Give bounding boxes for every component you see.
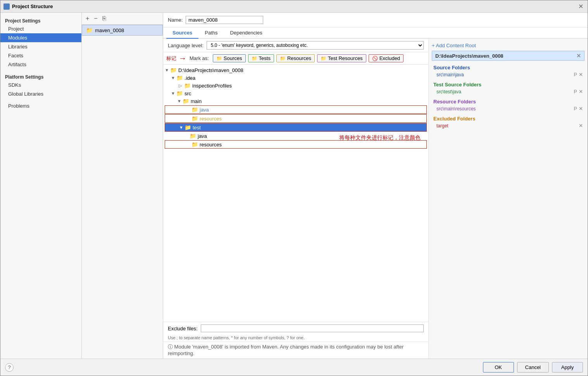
exclude-files-input[interactable] — [201, 324, 424, 332]
close-button[interactable]: ✕ — [577, 3, 585, 10]
tree-node-java-test[interactable]: 📁 java — [163, 132, 428, 140]
tree-node-idea[interactable]: ▼ 📁 .idea — [163, 74, 428, 82]
node-label-main: main — [191, 98, 202, 104]
tab-sources[interactable]: Sources — [166, 27, 198, 39]
sidebar-separator — [0, 69, 81, 72]
cancel-button[interactable]: Cancel — [517, 362, 549, 373]
node-label-resources-test: resources — [200, 142, 222, 148]
tab-dependencies[interactable]: Dependencies — [224, 27, 269, 39]
resource-folder-edit[interactable]: P — [574, 106, 577, 112]
tab-paths[interactable]: Paths — [198, 27, 224, 39]
platform-settings-label: Platform Settings — [0, 72, 81, 81]
sidebar-item-modules[interactable]: Modules — [0, 33, 81, 42]
tab-dependencies-label: Dependencies — [230, 30, 262, 36]
resource-folder-entry: src\main\resources P ✕ — [432, 105, 585, 112]
ok-button[interactable]: OK — [483, 362, 514, 373]
folder-icon-java-main: 📁 — [191, 106, 198, 113]
remove-module-button[interactable]: − — [92, 14, 99, 23]
sidebar-separator-2 — [0, 98, 81, 101]
folder-icon-test: 📁 — [185, 124, 191, 130]
sources-icon: 📁 — [216, 56, 222, 61]
lang-level-label: Language level: — [168, 43, 203, 48]
file-tree: ▼ 📁 D:\IdeaProjects\maven_0008 ▼ 📁 .idea — [163, 65, 428, 151]
sidebar-item-label: Global Libraries — [8, 91, 43, 97]
tree-node-resources-test[interactable]: 📁 resources — [165, 140, 427, 149]
source-folder-remove[interactable]: ✕ — [579, 72, 583, 77]
name-row: Name: — [163, 13, 588, 27]
resource-folder-actions: P ✕ — [574, 106, 583, 112]
test-source-folder-edit[interactable]: P — [574, 89, 577, 94]
dialog-footer: ? OK Cancel Apply — [0, 359, 588, 376]
sidebar-item-problems[interactable]: Problems — [0, 101, 81, 110]
annotation-label: 标记 — [166, 55, 176, 62]
mark-sources-label: Sources — [224, 55, 242, 61]
node-label-root: D:\IdeaProjects\maven_0008 — [178, 67, 243, 73]
folder-icon-main: 📁 — [183, 98, 189, 104]
add-root-button[interactable]: + Add Content Root — [432, 42, 585, 49]
mark-resources-label: Resources — [287, 55, 311, 61]
excluded-icon: 🚫 — [372, 56, 378, 61]
mark-tests-button[interactable]: 📁 Tests — [248, 54, 274, 62]
folder-icon-idea: 📁 — [176, 75, 183, 81]
mark-excluded-button[interactable]: 🚫 Excluded — [369, 54, 403, 62]
sidebar-item-project[interactable]: Project — [0, 24, 81, 33]
apply-button[interactable]: Apply — [552, 362, 583, 373]
exclude-hint: Use ; to separate name patterns, * for a… — [163, 335, 428, 342]
sidebar-item-label: Libraries — [8, 44, 28, 50]
copy-module-button[interactable]: ⎘ — [101, 14, 108, 23]
sidebar-item-artifacts[interactable]: Artifacts — [0, 60, 81, 69]
source-folder-edit[interactable]: P — [574, 72, 577, 77]
resource-folder-path: src\main\resources — [436, 106, 476, 112]
title-bar: Project Structure ✕ — [0, 0, 588, 13]
node-label-inspection: inspectionProfiles — [192, 83, 232, 89]
toggle-idea: ▼ — [171, 76, 176, 80]
main-content: Name: Sources Paths Dependencies — [163, 13, 588, 359]
source-folders-title: Source Folders — [432, 64, 585, 71]
folder-icon-resources-main: 📁 — [191, 115, 198, 122]
module-panel: + − ⎘ 📁 maven_0008 — [82, 13, 163, 359]
source-folders-section: Source Folders src\main\java P ✕ — [432, 64, 585, 78]
resource-folders-section: Resource Folders src\main\resources P ✕ — [432, 98, 585, 112]
sidebar-item-sdks[interactable]: SDKs — [0, 81, 81, 89]
sidebar-item-label: Modules — [8, 35, 27, 41]
mark-test-resources-button[interactable]: 📁 Test Resources — [317, 54, 366, 62]
sidebar-item-global-libraries[interactable]: Global Libraries — [0, 89, 81, 98]
excluded-folder-remove[interactable]: ✕ — [579, 123, 583, 129]
module-list: 📁 maven_0008 — [82, 25, 163, 359]
excluded-folder-entry: target ✕ — [432, 122, 585, 129]
resources-icon: 📁 — [280, 56, 286, 61]
tree-node-src[interactable]: ▼ 📁 src — [163, 89, 428, 97]
tree-node-root[interactable]: ▼ 📁 D:\IdeaProjects\maven_0008 — [163, 66, 428, 74]
node-label-java-test: java — [198, 133, 207, 139]
add-module-button[interactable]: + — [84, 14, 91, 23]
content-root-close[interactable]: ✕ — [576, 53, 581, 59]
sidebar-item-label: Project — [8, 26, 24, 32]
mark-resources-button[interactable]: 📁 Resources — [276, 54, 315, 62]
sidebar-item-libraries[interactable]: Libraries — [0, 42, 81, 51]
tab-sources-label: Sources — [172, 30, 192, 36]
test-source-folder-remove[interactable]: ✕ — [579, 89, 583, 94]
mark-sources-button[interactable]: 📁 Sources — [213, 54, 246, 62]
help-button[interactable]: ? — [5, 363, 14, 372]
test-source-folder-entry: src\test\java P ✕ — [432, 88, 585, 95]
excluded-folders-section: Excluded Folders target ✕ — [432, 115, 585, 129]
name-input[interactable] — [186, 16, 263, 24]
node-label-idea: .idea — [185, 75, 195, 81]
lang-level-select[interactable]: 5.0 - 'enum' keyword, generics, autoboxi… — [207, 41, 424, 50]
dialog-title: Project Structure — [12, 3, 577, 9]
sidebar-item-facets[interactable]: Facets — [0, 51, 81, 60]
mark-test-resources-label: Test Resources — [328, 55, 363, 61]
tree-node-test[interactable]: ▼ 📁 test — [165, 123, 427, 132]
test-source-folders-title: Test Source Folders — [432, 81, 585, 88]
lang-level-row: Language level: 5.0 - 'enum' keyword, ge… — [163, 39, 428, 52]
module-toolbar: + − ⎘ — [82, 13, 163, 25]
mark-as-container: 标记 → Mark as: 📁 Sources 📁 Tests 📁 — [163, 52, 428, 65]
module-list-item[interactable]: 📁 maven_0008 — [82, 25, 163, 36]
resource-folder-remove[interactable]: ✕ — [579, 106, 583, 112]
tree-node-resources-main[interactable]: 📁 resources — [165, 114, 427, 123]
node-label-src: src — [185, 91, 191, 96]
tree-node-main[interactable]: ▼ 📁 main — [163, 97, 428, 105]
tree-node-java-main[interactable]: 📁 java — [165, 105, 427, 114]
tree-node-inspection[interactable]: ▷ 📁 inspectionProfiles — [163, 82, 428, 89]
content-area: Language level: 5.0 - 'enum' keyword, ge… — [163, 39, 588, 359]
